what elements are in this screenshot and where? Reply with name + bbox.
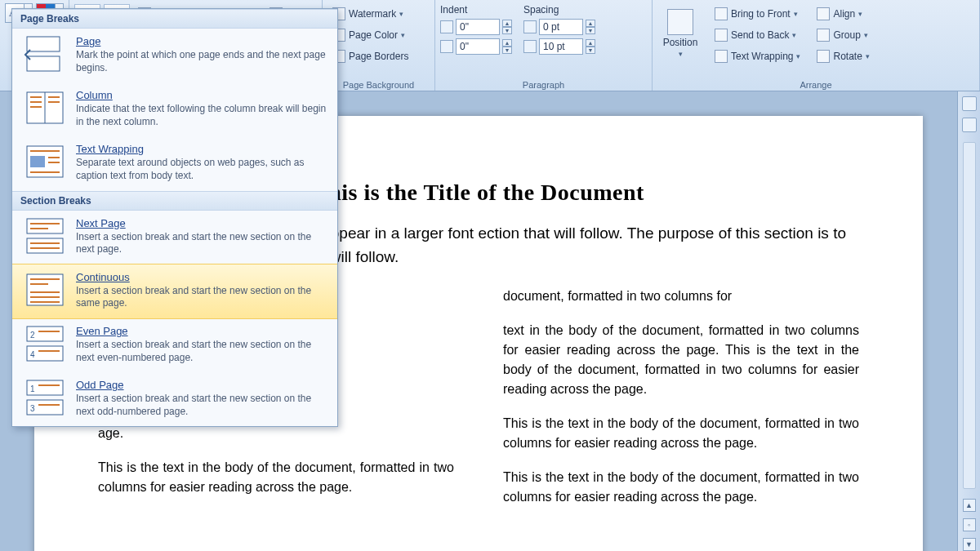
bring-front-icon bbox=[715, 7, 728, 20]
indent-right-field[interactable]: 0" bbox=[456, 38, 500, 55]
svg-rect-1 bbox=[27, 56, 60, 71]
spin-down-icon[interactable]: ▼ bbox=[502, 47, 512, 54]
rotate-icon bbox=[817, 50, 830, 63]
rotate-button[interactable]: Rotate▾ bbox=[812, 47, 874, 66]
text-wrapping-break-icon bbox=[24, 143, 66, 180]
body-paragraph: This is the text in the body of the docu… bbox=[503, 468, 859, 507]
svg-rect-10 bbox=[30, 156, 45, 167]
text-wrapping-button[interactable]: Text Wrapping▾ bbox=[710, 47, 805, 66]
spacing-before-spinner[interactable]: 0 pt ▲▼ bbox=[523, 19, 595, 35]
bring-front-label: Bring to Front bbox=[731, 8, 791, 20]
breaks-item-title: Even Page bbox=[76, 325, 329, 337]
align-button[interactable]: Align▾ bbox=[812, 4, 874, 24]
spacing-before-field[interactable]: 0 pt bbox=[539, 19, 583, 35]
chevron-down-icon: ▾ bbox=[679, 50, 683, 58]
browse-object-icon[interactable]: ◦ bbox=[963, 518, 976, 531]
group-label-page-background: Page Background bbox=[327, 78, 430, 91]
next-page-break-icon bbox=[24, 217, 66, 255]
spin-down-icon[interactable]: ▼ bbox=[502, 27, 512, 34]
next-page-icon[interactable]: ▼ bbox=[963, 538, 976, 551]
spin-down-icon[interactable]: ▼ bbox=[586, 27, 595, 34]
breaks-item-continuous[interactable]: ContinuousInsert a section break and sta… bbox=[12, 264, 337, 319]
indent-left-icon bbox=[440, 20, 453, 33]
hand-tool-icon[interactable] bbox=[962, 118, 977, 132]
send-back-icon bbox=[715, 29, 728, 42]
wrap-icon bbox=[715, 50, 728, 63]
svg-text:3: 3 bbox=[30, 404, 35, 413]
spacing-before-value: 0 pt bbox=[540, 21, 582, 33]
spin-up-icon[interactable]: ▲ bbox=[586, 20, 595, 27]
spin-up-icon[interactable]: ▲ bbox=[586, 39, 595, 47]
svg-text:1: 1 bbox=[30, 384, 35, 393]
bring-to-front-button[interactable]: Bring to Front▾ bbox=[710, 4, 805, 24]
breaks-item-text-wrapping[interactable]: Text WrappingSeparate text around object… bbox=[12, 136, 337, 190]
column-break-icon bbox=[24, 89, 66, 127]
body-paragraph: This is the text in the body of the docu… bbox=[98, 458, 454, 497]
group-arrange: Position ▾ Bring to Front▾ Send to Back▾… bbox=[653, 0, 980, 91]
indent-right-icon bbox=[440, 40, 453, 53]
group-button[interactable]: Group▾ bbox=[812, 25, 874, 45]
breaks-dropdown: Page Breaks PageMark the point at which … bbox=[11, 8, 338, 427]
spacing-heading: Spacing bbox=[523, 4, 595, 16]
right-sidebar: ▲ ◦ ▼ bbox=[957, 91, 980, 551]
watermark-button[interactable]: Watermark ▾ bbox=[327, 4, 413, 24]
breaks-item-even-page[interactable]: 24 Even PageInsert a section break and s… bbox=[12, 318, 337, 372]
body-paragraph: text in the body of the document, format… bbox=[503, 321, 859, 399]
chevron-down-icon: ▾ bbox=[866, 52, 870, 60]
svg-rect-15 bbox=[27, 219, 63, 233]
spin-up-icon[interactable]: ▲ bbox=[502, 20, 512, 27]
position-button[interactable]: Position ▾ bbox=[657, 4, 703, 63]
breaks-item-title: Odd Page bbox=[76, 379, 329, 391]
page-borders-button[interactable]: Page Borders bbox=[327, 47, 413, 66]
page-color-label: Page Color bbox=[349, 29, 398, 41]
group-page-background: Watermark ▾ Page Color ▾ Page Borders Pa… bbox=[323, 0, 435, 91]
even-page-break-icon: 24 bbox=[24, 325, 66, 362]
spacing-before-icon bbox=[523, 20, 537, 33]
ruler-toggle-icon[interactable] bbox=[962, 96, 977, 111]
rotate-label: Rotate bbox=[833, 51, 862, 62]
body-paragraph: This is the text in the body of the docu… bbox=[503, 414, 859, 453]
page-color-button[interactable]: Page Color ▾ bbox=[327, 25, 413, 45]
position-icon bbox=[667, 9, 693, 35]
spin-up-icon[interactable]: ▲ bbox=[502, 39, 512, 47]
vertical-scrollbar[interactable] bbox=[963, 142, 976, 489]
breaks-item-odd-page[interactable]: 13 Odd PageInsert a section break and st… bbox=[12, 372, 337, 426]
breaks-item-title: Page bbox=[76, 35, 329, 47]
breaks-item-desc: Insert a section break and start the new… bbox=[76, 285, 329, 310]
prev-page-icon[interactable]: ▲ bbox=[963, 499, 976, 512]
breaks-header-section: Section Breaks bbox=[12, 191, 337, 211]
body-paragraph: document, formatted in two columns for bbox=[503, 287, 859, 306]
breaks-item-desc: Insert a section break and start the new… bbox=[76, 231, 329, 256]
spin-down-icon[interactable]: ▼ bbox=[586, 47, 595, 54]
breaks-item-page[interactable]: PageMark the point at which one page end… bbox=[12, 29, 337, 82]
group-icon bbox=[817, 29, 830, 42]
svg-text:2: 2 bbox=[30, 331, 35, 340]
breaks-item-desc: Mark the point at which one page ends an… bbox=[76, 49, 329, 74]
group-btn-label: Group bbox=[833, 29, 860, 41]
indent-left-field[interactable]: 0" bbox=[456, 19, 500, 35]
spacing-after-field[interactable]: 10 pt bbox=[539, 38, 583, 55]
odd-page-break-icon: 13 bbox=[24, 379, 66, 416]
indent-right-value: 0" bbox=[457, 41, 499, 52]
chevron-down-icon: ▾ bbox=[399, 10, 403, 18]
page-borders-label: Page Borders bbox=[349, 51, 408, 62]
breaks-item-title: Column bbox=[76, 89, 329, 101]
chevron-down-icon: ▾ bbox=[792, 31, 796, 39]
breaks-item-title: Next Page bbox=[76, 217, 329, 229]
indent-left-value: 0" bbox=[457, 21, 499, 33]
breaks-item-desc: Insert a section break and start the new… bbox=[76, 393, 329, 418]
send-back-label: Send to Back bbox=[731, 29, 789, 41]
group-paragraph: Indent 0" ▲▼ 0" ▲▼ Spacing 0 pt ▲▼ bbox=[435, 0, 653, 91]
text-wrapping-label: Text Wrapping bbox=[731, 51, 793, 62]
svg-rect-0 bbox=[27, 37, 60, 51]
breaks-item-desc: Insert a section break and start the new… bbox=[76, 339, 329, 364]
indent-right-spinner[interactable]: 0" ▲▼ bbox=[440, 38, 512, 55]
send-to-back-button[interactable]: Send to Back▾ bbox=[710, 25, 805, 45]
breaks-item-next-page[interactable]: Next PageInsert a section break and star… bbox=[12, 211, 337, 264]
svg-rect-16 bbox=[27, 238, 63, 253]
breaks-item-column[interactable]: ColumnIndicate that the text following t… bbox=[12, 82, 337, 136]
continuous-break-icon bbox=[24, 271, 66, 309]
breaks-header-page: Page Breaks bbox=[12, 9, 337, 29]
indent-left-spinner[interactable]: 0" ▲▼ bbox=[440, 19, 512, 35]
spacing-after-spinner[interactable]: 10 pt ▲▼ bbox=[523, 38, 595, 55]
